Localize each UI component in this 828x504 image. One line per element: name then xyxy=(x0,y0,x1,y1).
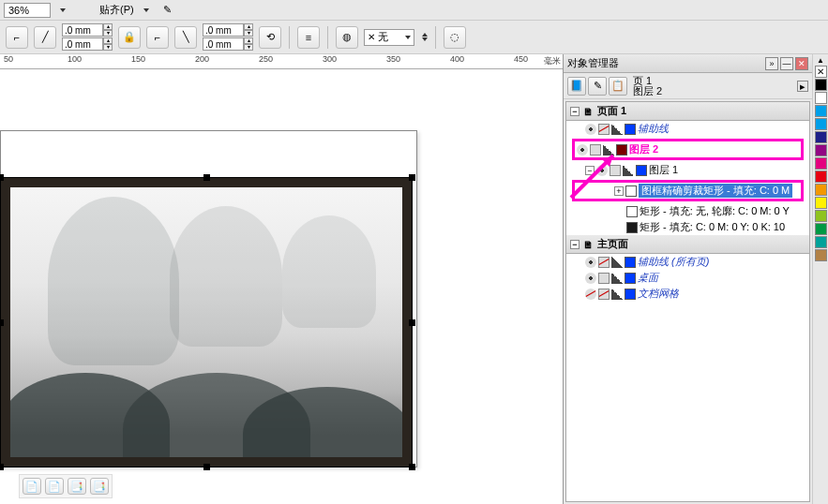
lock-ratio-icon[interactable]: 🔒 xyxy=(118,26,141,49)
selection-handle[interactable] xyxy=(409,319,415,326)
color-swatch[interactable] xyxy=(815,79,827,91)
print-icon[interactable] xyxy=(590,144,601,156)
color-swatch[interactable] xyxy=(815,105,827,117)
color-swatch[interactable] xyxy=(815,236,827,248)
color-swatch[interactable] xyxy=(815,249,827,261)
selection-handle[interactable] xyxy=(0,464,4,470)
spin-up-icon[interactable]: ▴ xyxy=(103,23,113,30)
color-swatch[interactable] xyxy=(815,144,827,156)
tree-row-powerclip[interactable]: + 图框精确剪裁矩形 - 填充: C: 0 M xyxy=(572,180,804,201)
print-off-icon[interactable] xyxy=(598,124,610,135)
eye-icon[interactable] xyxy=(596,165,608,176)
corner-style-3-icon[interactable]: ⌐ xyxy=(146,26,169,49)
pen-icon[interactable] xyxy=(611,257,623,268)
tree-row-layer1[interactable]: − 图层 1 xyxy=(566,162,809,178)
layers-icon[interactable]: 📑 xyxy=(90,478,109,495)
layers-icon[interactable]: 📑 xyxy=(68,478,86,495)
close-icon[interactable]: ✕ xyxy=(795,57,808,70)
color-swatch[interactable] xyxy=(815,210,827,222)
corner-style-1-icon[interactable]: ⌐ xyxy=(6,26,28,49)
palette-up-icon[interactable]: ▲ xyxy=(817,56,824,65)
pen-icon[interactable] xyxy=(603,144,614,156)
selection-handle[interactable] xyxy=(0,319,4,326)
spin-down-icon[interactable]: ▾ xyxy=(244,30,253,37)
corner-style-4-icon[interactable]: ╲ xyxy=(174,26,197,49)
expand-icon[interactable]: + xyxy=(614,186,624,196)
docker-titlebar[interactable]: 对象管理器 » — ✕ xyxy=(564,54,812,73)
spin-down-icon[interactable]: ▾ xyxy=(103,44,113,51)
layer-color-swatch[interactable] xyxy=(616,144,627,156)
page-icon[interactable]: 📄 xyxy=(45,478,64,495)
print-icon[interactable] xyxy=(598,273,610,284)
fill-opt-down-icon[interactable] xyxy=(422,37,428,41)
eye-icon[interactable] xyxy=(585,257,596,268)
color-swatch[interactable] xyxy=(815,92,827,104)
layer-color-swatch[interactable] xyxy=(625,273,636,284)
selection-handle[interactable] xyxy=(0,174,4,181)
fill-bucket-icon[interactable]: ◍ xyxy=(336,26,358,49)
pen-icon[interactable] xyxy=(611,124,623,135)
dim2b-input[interactable] xyxy=(203,37,244,51)
tree-row-desktop[interactable]: 桌面 xyxy=(566,270,809,286)
layer-color-swatch[interactable] xyxy=(625,289,636,300)
color-swatch[interactable] xyxy=(815,118,827,130)
edit-layers-icon[interactable]: ✎ xyxy=(588,77,607,96)
selection-handle[interactable] xyxy=(203,464,210,470)
pen-icon[interactable] xyxy=(611,273,623,284)
page-icon[interactable]: 📄 xyxy=(23,478,41,495)
tree-master-header[interactable]: − 🗎 主页面 xyxy=(566,235,809,254)
snap-dropdown-icon[interactable] xyxy=(143,8,149,12)
selection-handle[interactable] xyxy=(409,174,415,181)
fill-dropdown[interactable]: ✕无 xyxy=(364,29,414,46)
color-swatch[interactable] xyxy=(815,131,827,143)
options-icon[interactable]: ✎ xyxy=(157,0,179,22)
layer-color-swatch[interactable] xyxy=(625,124,636,135)
selection-handle[interactable] xyxy=(409,464,415,470)
tree-row-layer2[interactable]: 图层 2 xyxy=(572,139,804,160)
fill-opt-up-icon[interactable] xyxy=(422,33,428,37)
canvas[interactable]: 📄 📄 📑 📑 xyxy=(0,69,563,504)
color-swatch[interactable] xyxy=(815,197,827,209)
tree-row-rect1[interactable]: 矩形 - 填充: 无, 轮廓: C: 0 M: 0 Y xyxy=(566,203,809,219)
eye-off-icon[interactable] xyxy=(585,289,596,300)
print-off-icon[interactable] xyxy=(598,257,610,268)
minimize-icon[interactable]: — xyxy=(780,57,793,70)
print-off-icon[interactable] xyxy=(598,289,610,300)
collapse-icon[interactable]: − xyxy=(585,166,595,175)
eye-icon[interactable] xyxy=(577,144,588,156)
options-gear-icon[interactable]: ◌ xyxy=(444,26,466,49)
eye-icon[interactable] xyxy=(585,273,596,284)
collapse-icon[interactable]: − xyxy=(570,107,580,116)
spin-up-icon[interactable]: ▴ xyxy=(103,37,113,44)
dim2a-input[interactable] xyxy=(203,23,244,37)
tree-row-guides[interactable]: 辅助线 xyxy=(566,121,809,137)
spin-down-icon[interactable]: ▾ xyxy=(103,30,113,37)
color-swatch[interactable] xyxy=(815,223,827,235)
tree-page-header[interactable]: − 🗎 页面 1 xyxy=(566,102,809,121)
tree-row-docgrid[interactable]: 文档网格 xyxy=(566,286,809,302)
flyout-icon[interactable]: ▸ xyxy=(797,81,808,92)
show-props-icon[interactable]: 📘 xyxy=(567,77,586,96)
color-swatch[interactable] xyxy=(815,184,827,196)
eye-icon[interactable] xyxy=(585,124,596,135)
print-icon[interactable] xyxy=(610,165,621,176)
pen-icon[interactable] xyxy=(623,165,634,176)
zoom-field[interactable]: 36% xyxy=(4,3,51,18)
spin-up-icon[interactable]: ▴ xyxy=(244,37,253,44)
spin-up-icon[interactable]: ▴ xyxy=(244,23,253,30)
object-tree[interactable]: − 🗎 页面 1 辅助线 图层 2 − xyxy=(565,101,810,502)
layer-color-swatch[interactable] xyxy=(636,165,647,176)
tree-row-guides-all[interactable]: 辅助线 (所有页) xyxy=(566,254,809,270)
dim1a-input[interactable] xyxy=(62,23,103,37)
collapse-icon[interactable]: − xyxy=(570,240,580,249)
dim1b-input[interactable] xyxy=(62,37,103,51)
selected-artwork[interactable] xyxy=(0,177,413,467)
selection-handle[interactable] xyxy=(203,174,210,181)
corner-style-2-icon[interactable]: ╱ xyxy=(34,26,56,49)
relative-corner-icon[interactable]: ⟲ xyxy=(259,26,281,49)
pen-icon[interactable] xyxy=(611,289,623,300)
color-swatch[interactable] xyxy=(815,170,827,183)
layer-color-swatch[interactable] xyxy=(625,257,636,268)
collapse-icon[interactable]: » xyxy=(765,57,778,70)
zoom-dropdown-icon[interactable] xyxy=(60,8,66,12)
